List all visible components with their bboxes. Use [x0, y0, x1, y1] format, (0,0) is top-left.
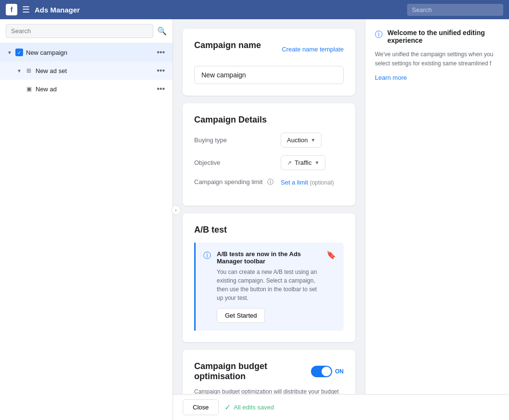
campaign-checkbox[interactable] [15, 49, 23, 56]
buying-type-row: Buying type Auction ▼ [194, 133, 344, 148]
campaign-more-icon[interactable]: ••• [155, 47, 167, 58]
spending-limit-link[interactable]: Set a limit (optional) [281, 179, 334, 186]
spending-limit-label: Campaign spending limit ⓘ [194, 178, 281, 186]
right-panel: ⓘ Welcome to the unified editing experie… [365, 19, 509, 420]
traffic-icon: ↗ [287, 160, 292, 166]
main-content: Campaign name Create name template Campa… [173, 19, 365, 420]
cbo-toggle[interactable] [311, 366, 332, 377]
objective-value: Traffic [295, 159, 311, 166]
ab-info-desc: You can create a new A/B test using an e… [217, 268, 321, 302]
spending-limit-row: Campaign spending limit ⓘ Set a limit (o… [194, 178, 344, 186]
sidebar-search-button[interactable]: 🔍 [157, 26, 167, 36]
objective-label: Objective [194, 159, 281, 166]
saved-status: ✓ All edits saved [224, 403, 274, 412]
ab-info-box: ⓘ A/B tests are now in the Ads Manager t… [194, 243, 344, 331]
campaign-label: New campaign [26, 49, 155, 56]
sidebar: 🔍 ▼ New campaign ••• ▼ ⊞ New ad set ••• … [0, 19, 173, 420]
campaign-details-card: Campaign Details Buying type Auction ▼ O… [183, 103, 355, 206]
main-layout: 🔍 ▼ New campaign ••• ▼ ⊞ New ad set ••• … [0, 19, 509, 420]
buying-type-label: Buying type [194, 136, 281, 144]
right-panel-title: Welcome to the unified editing experienc… [387, 29, 499, 44]
campaign-name-input[interactable] [194, 66, 344, 84]
sidebar-search-input[interactable] [6, 24, 153, 38]
ab-bookmark-icon[interactable]: 🔖 [326, 250, 336, 259]
ab-info-content: A/B tests are now in the Ads Manager too… [217, 250, 321, 323]
sidebar-item-ad[interactable]: ▣ New ad ••• [0, 80, 173, 98]
campaign-name-header: Campaign name Create name template [194, 40, 344, 58]
saved-status-label: All edits saved [234, 404, 274, 411]
sidebar-search-bar: 🔍 [0, 19, 173, 43]
right-panel-desc: We've unified the campaign settings when… [375, 50, 499, 68]
nav-search-input[interactable] [407, 4, 503, 16]
sidebar-item-adset[interactable]: ▼ ⊞ New ad set ••• [0, 62, 173, 80]
cbo-toggle-label: ON [335, 368, 344, 375]
buying-type-arrow-icon: ▼ [310, 137, 315, 143]
buying-type-value: Auction [287, 136, 308, 144]
top-nav: f ☰ Ads Manager [0, 0, 509, 19]
cbo-header: Campaign budget optimisation ON [194, 361, 344, 382]
ab-info-title: A/B tests are now in the Ads Manager too… [217, 250, 321, 265]
right-panel-learn-more-link[interactable]: Learn more [375, 74, 407, 81]
get-started-button[interactable]: Get Started [217, 308, 265, 323]
create-name-template-link[interactable]: Create name template [282, 46, 344, 53]
optional-text: (optional) [310, 179, 334, 186]
campaign-name-card: Campaign name Create name template [183, 29, 355, 96]
ad-more-icon[interactable]: ••• [155, 84, 167, 94]
objective-arrow-icon: ▼ [314, 160, 319, 165]
expand-adset-icon: ▼ [15, 67, 23, 74]
facebook-logo: f [6, 4, 17, 15]
objective-dropdown[interactable]: ↗ Traffic ▼ [281, 155, 325, 170]
right-panel-info-icon: ⓘ [375, 30, 383, 40]
sidebar-item-campaign[interactable]: ▼ New campaign ••• [0, 43, 173, 62]
nav-title: Ads Manager [35, 6, 80, 14]
bottom-bar: Close ✓ All edits saved [173, 394, 509, 420]
cbo-toggle-wrap: ON [311, 366, 344, 377]
close-button[interactable]: Close [183, 399, 219, 415]
adset-icon: ⊞ [25, 67, 33, 74]
cbo-title: Campaign budget optimisation [194, 361, 311, 382]
right-panel-header: ⓘ Welcome to the unified editing experie… [375, 29, 499, 44]
campaign-details-title: Campaign Details [194, 115, 344, 125]
objective-row: Objective ↗ Traffic ▼ [194, 155, 344, 170]
hamburger-icon[interactable]: ☰ [22, 4, 30, 15]
ab-test-title: A/B test [194, 225, 344, 235]
ad-icon: ▣ [25, 85, 33, 93]
ab-info-icon: ⓘ [203, 251, 211, 261]
check-icon: ✓ [224, 403, 231, 412]
adset-more-icon[interactable]: ••• [155, 65, 167, 76]
set-a-limit-link[interactable]: Set a limit [281, 179, 308, 186]
expand-campaign-icon: ▼ [6, 49, 13, 56]
campaign-name-title: Campaign name [194, 40, 261, 50]
sidebar-collapse-toggle[interactable]: › [171, 205, 181, 215]
adset-label: New ad set [36, 67, 155, 74]
buying-type-dropdown[interactable]: Auction ▼ [281, 133, 322, 148]
ad-label: New ad [36, 86, 155, 93]
ab-test-card: A/B test ⓘ A/B tests are now in the Ads … [183, 213, 355, 342]
spending-limit-info-icon[interactable]: ⓘ [267, 178, 273, 185]
